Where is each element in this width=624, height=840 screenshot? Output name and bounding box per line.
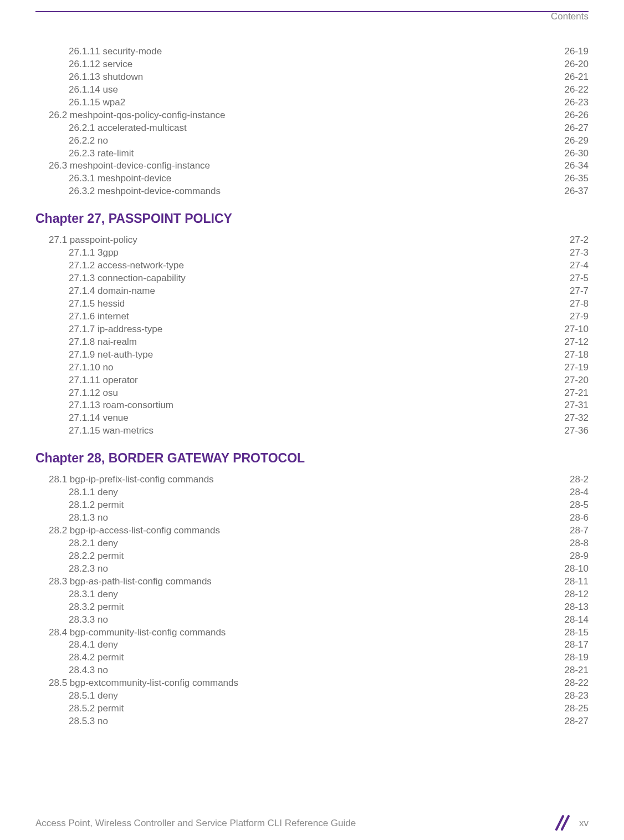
toc-row[interactable]: 27.1.14 venue27-32 xyxy=(35,412,589,425)
toc-row[interactable]: 27.1.7 ip-address-type27-10 xyxy=(35,323,589,336)
toc-row[interactable]: 28.1.2 permit28-5 xyxy=(35,499,589,512)
toc-entry-label: 28.1.3 no xyxy=(69,512,108,525)
toc-row[interactable]: 28.5 bgp-extcommunity-list-config comman… xyxy=(35,677,589,690)
toc-row[interactable]: 28.1.3 no28-6 xyxy=(35,512,589,525)
toc-entry-label: 28.3.1 deny xyxy=(69,588,118,601)
toc-row[interactable]: 27.1.9 net-auth-type27-18 xyxy=(35,349,589,362)
toc-entry-page: 27-3 xyxy=(570,247,589,259)
header-section-label: Contents xyxy=(551,11,589,22)
toc-row[interactable]: 28.5.1 deny28-23 xyxy=(35,690,589,702)
toc-entry-label: 28.2.3 no xyxy=(69,563,108,576)
toc-row[interactable]: 27.1.4 domain-name27-7 xyxy=(35,285,589,298)
toc-entry-page: 26-27 xyxy=(565,122,589,135)
toc-entry-page: 27-21 xyxy=(565,387,589,400)
toc-row[interactable]: 28.2.1 deny28-8 xyxy=(35,537,589,550)
toc-entry-label: 28.3.3 no xyxy=(69,614,108,627)
toc-list: 27.1 passpoint-policy27-227.1.1 3gpp27-3… xyxy=(35,234,589,437)
toc-entry-label: 27.1.14 venue xyxy=(69,412,129,425)
page-footer: Access Point, Wireless Controller and Se… xyxy=(35,814,589,832)
toc-row[interactable]: 26.2.1 accelerated-multicast26-27 xyxy=(35,122,589,135)
toc-entry-label: 28.2 bgp-ip-access-list-config commands xyxy=(49,525,220,537)
toc-entry-label: 27.1.12 osu xyxy=(69,387,118,400)
toc-entry-page: 26-23 xyxy=(565,96,589,109)
toc-entry-label: 28.1 bgp-ip-prefix-list-config commands xyxy=(49,474,214,486)
toc-entry-label: 27.1.1 3gpp xyxy=(69,247,119,259)
toc-row[interactable]: 26.2.2 no26-29 xyxy=(35,135,589,147)
toc-row[interactable]: 27.1.5 hessid27-8 xyxy=(35,298,589,310)
toc-row[interactable]: 28.4.3 no28-21 xyxy=(35,664,589,677)
toc-row[interactable]: 27.1.12 osu27-21 xyxy=(35,387,589,400)
toc-entry-page: 28-17 xyxy=(565,639,589,651)
toc-entry-label: 27.1 passpoint-policy xyxy=(49,234,137,247)
toc-row[interactable]: 27.1.1 3gpp27-3 xyxy=(35,247,589,259)
toc-entry-page: 28-14 xyxy=(565,614,589,627)
toc-row[interactable]: 28.2 bgp-ip-access-list-config commands2… xyxy=(35,525,589,537)
toc-entry-page: 28-27 xyxy=(565,715,589,728)
toc-entry-page: 26-21 xyxy=(565,71,589,84)
toc-row[interactable]: 28.2.3 no28-10 xyxy=(35,563,589,576)
toc-entry-page: 28-9 xyxy=(570,550,589,563)
toc-entry-page: 27-8 xyxy=(570,298,589,310)
toc-entry-page: 28-21 xyxy=(565,664,589,677)
chapter-heading: Chapter 28, BORDER GATEWAY PROTOCOL xyxy=(35,451,589,466)
toc-entry-label: 28.5.1 deny xyxy=(69,690,118,702)
toc-entry-page: 26-34 xyxy=(565,160,589,172)
toc-entry-label: 28.5 bgp-extcommunity-list-config comman… xyxy=(49,677,238,690)
toc-row[interactable]: 27.1.13 roam-consortium27-31 xyxy=(35,399,589,412)
toc-row[interactable]: 28.4.1 deny28-17 xyxy=(35,639,589,651)
toc-entry-page: 28-22 xyxy=(565,677,589,690)
toc-row[interactable]: 27.1 passpoint-policy27-2 xyxy=(35,234,589,247)
toc-row[interactable]: 27.1.15 wan-metrics27-36 xyxy=(35,425,589,437)
toc-row[interactable]: 27.1.8 nai-realm27-12 xyxy=(35,336,589,349)
toc-row[interactable]: 27.1.10 no27-19 xyxy=(35,362,589,374)
toc-entry-label: 28.5.2 permit xyxy=(69,702,124,715)
toc-row[interactable]: 26.1.14 use26-22 xyxy=(35,84,589,96)
toc-row[interactable]: 26.2 meshpoint-qos-policy-config-instanc… xyxy=(35,109,589,122)
toc-row[interactable]: 28.1 bgp-ip-prefix-list-config commands2… xyxy=(35,474,589,486)
toc-row[interactable]: 28.3.1 deny28-12 xyxy=(35,588,589,601)
toc-entry-page: 27-19 xyxy=(565,362,589,374)
toc-entry-label: 26.1.12 service xyxy=(69,58,132,71)
toc-row[interactable]: 27.1.6 internet27-9 xyxy=(35,310,589,323)
toc-entry-page: 28-11 xyxy=(565,576,589,588)
toc-entry-label: 26.1.15 wpa2 xyxy=(69,96,125,109)
toc-row[interactable]: 26.1.11 security-mode26-19 xyxy=(35,45,589,58)
toc-row[interactable]: 28.1.1 deny28-4 xyxy=(35,486,589,499)
toc-entry-page: 28-12 xyxy=(565,588,589,601)
toc-row[interactable]: 28.4.2 permit28-19 xyxy=(35,651,589,664)
toc-entry-page: 27-18 xyxy=(565,349,589,362)
toc-entry-page: 28-13 xyxy=(565,601,589,614)
toc-row[interactable]: 28.3.2 permit28-13 xyxy=(35,601,589,614)
toc-entry-page: 28-25 xyxy=(565,702,589,715)
toc-entry-label: 26.3 meshpoint-device-config-instance xyxy=(49,160,210,172)
brand-logo-icon xyxy=(555,814,574,832)
toc-row[interactable]: 27.1.11 operator27-20 xyxy=(35,374,589,387)
toc-entry-label: 27.1.4 domain-name xyxy=(69,285,155,298)
toc-row[interactable]: 26.3 meshpoint-device-config-instance26-… xyxy=(35,160,589,172)
toc-entry-page: 26-37 xyxy=(565,185,589,198)
toc-row[interactable]: 26.3.2 meshpoint-device-commands26-37 xyxy=(35,185,589,198)
toc-row[interactable]: 27.1.3 connection-capability27-5 xyxy=(35,272,589,285)
toc-row[interactable]: 28.4 bgp-community-list-config commands2… xyxy=(35,627,589,639)
toc-entry-label: 26.2.3 rate-limit xyxy=(69,147,134,160)
toc-row[interactable]: 28.5.2 permit28-25 xyxy=(35,702,589,715)
toc-entry-page: 27-2 xyxy=(570,234,589,247)
toc-entry-label: 26.1.13 shutdown xyxy=(69,71,143,84)
toc-row[interactable]: 26.1.12 service26-20 xyxy=(35,58,589,71)
toc-row[interactable]: 28.3.3 no28-14 xyxy=(35,614,589,627)
toc-row[interactable]: 26.2.3 rate-limit26-30 xyxy=(35,147,589,160)
toc-entry-page: 26-26 xyxy=(565,109,589,122)
toc-row[interactable]: 28.5.3 no28-27 xyxy=(35,715,589,728)
toc-entry-label: 26.3.1 meshpoint-device xyxy=(69,172,171,185)
toc-entry-label: 27.1.8 nai-realm xyxy=(69,336,137,349)
toc-row[interactable]: 26.1.15 wpa226-23 xyxy=(35,96,589,109)
toc-row[interactable]: 26.1.13 shutdown26-21 xyxy=(35,71,589,84)
toc-entry-label: 27.1.10 no xyxy=(69,362,113,374)
toc-row[interactable]: 28.2.2 permit28-9 xyxy=(35,550,589,563)
toc-row[interactable]: 27.1.2 access-network-type27-4 xyxy=(35,259,589,272)
toc-row[interactable]: 26.3.1 meshpoint-device26-35 xyxy=(35,172,589,185)
toc-entry-label: 26.2 meshpoint-qos-policy-config-instanc… xyxy=(49,109,225,122)
toc-entry-page: 28-19 xyxy=(565,651,589,664)
toc-entry-page: 27-5 xyxy=(570,272,589,285)
toc-row[interactable]: 28.3 bgp-as-path-list-config commands28-… xyxy=(35,576,589,588)
